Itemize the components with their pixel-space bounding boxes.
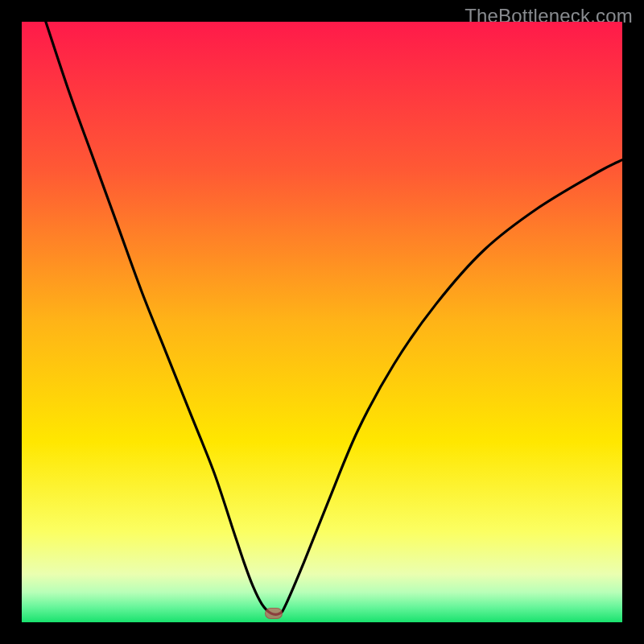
chart-frame: TheBottleneck.com (0, 0, 644, 644)
bottleneck-chart (22, 22, 622, 622)
chart-background (22, 22, 622, 622)
optimal-point-marker (265, 608, 283, 619)
